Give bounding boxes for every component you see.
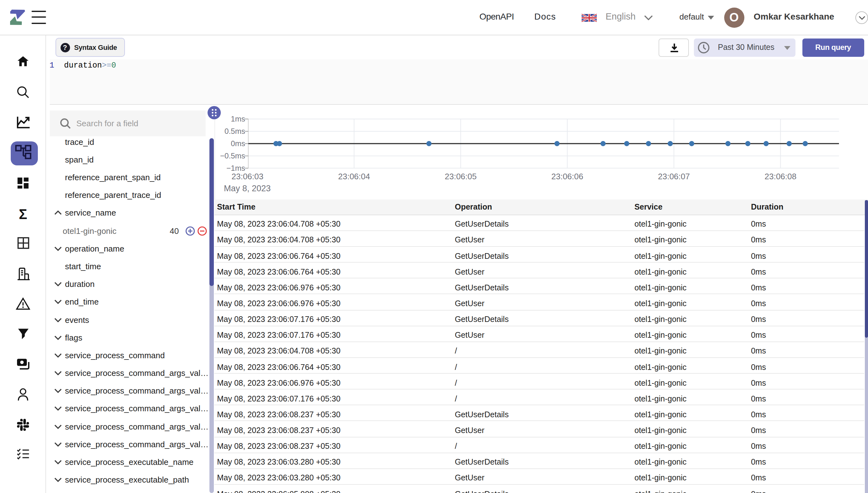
svg-text:23:06:07: 23:06:07 <box>658 172 690 181</box>
svg-text:May 8, 2023: May 8, 2023 <box>224 184 271 193</box>
svg-text:0.5ms: 0.5ms <box>225 127 245 135</box>
svg-text:1ms: 1ms <box>231 114 245 123</box>
svg-text:23:06:08: 23:06:08 <box>764 172 796 181</box>
svg-text:−0.5ms: −0.5ms <box>220 151 245 160</box>
svg-text:−1ms: −1ms <box>226 164 245 172</box>
svg-text:0ms: 0ms <box>231 139 245 148</box>
svg-text:23:06:05: 23:06:05 <box>445 172 477 181</box>
svg-text:23:06:03: 23:06:03 <box>231 172 264 181</box>
svg-text:23:06:04: 23:06:04 <box>338 172 370 181</box>
svg-text:23:06:06: 23:06:06 <box>551 172 583 181</box>
